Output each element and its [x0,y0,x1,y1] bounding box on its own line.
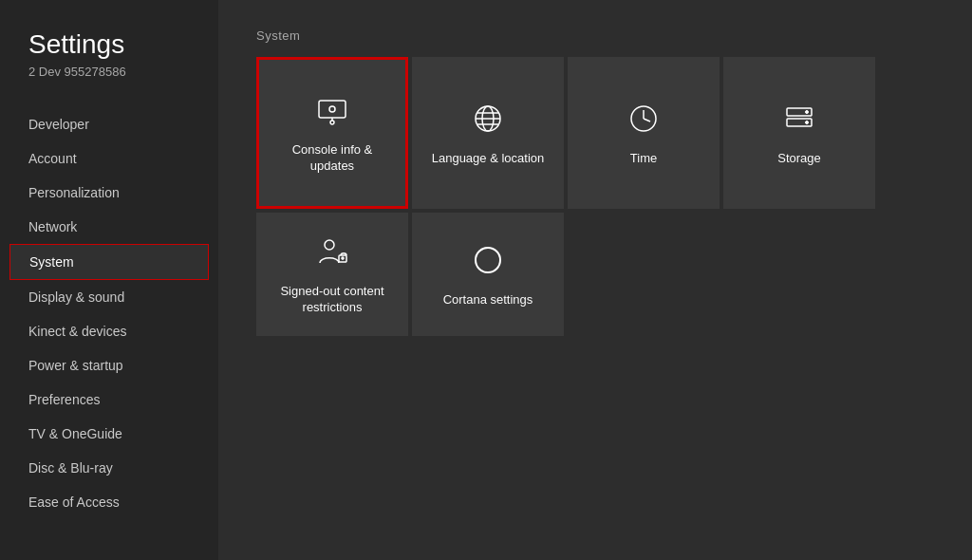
tile-language-location[interactable]: Language & location [412,57,564,209]
sidebar-nav: DeveloperAccountPersonalizationNetworkSy… [0,107,218,541]
svg-point-15 [806,121,809,123]
sidebar-item-display-sound[interactable]: Display & sound [0,280,218,314]
tile-console-info[interactable]: Console info & updates [256,57,408,209]
tile-label-storage: Storage [768,151,831,167]
sidebar-item-disc-bluray[interactable]: Disc & Blu-ray [0,451,218,485]
sidebar-item-power-startup[interactable]: Power & startup [0,348,218,383]
svg-rect-0 [319,101,346,118]
tile-label-console-info: Console info & updates [259,142,405,175]
tile-label-signed-out-content: Signed-out content restrictions [256,284,408,316]
sidebar-item-account[interactable]: Account [0,141,218,176]
sidebar-item-tv-oneguide[interactable]: TV & OneGuide [0,417,218,451]
tiles-grid: Console info & updates Language & locati… [256,57,934,336]
sidebar-item-ease-of-access[interactable]: Ease of Access [0,485,218,519]
person-lock-icon [313,233,351,274]
tile-label-time: Time [621,151,666,167]
section-label: System [256,28,934,43]
main-content: System Console info & updates Language &… [218,0,972,560]
sidebar-item-system[interactable]: System [9,244,209,280]
svg-point-18 [342,257,344,259]
device-subtitle: 2 Dev 955278586 [28,65,190,79]
tile-label-cortana-settings: Cortana settings [434,292,543,308]
storage-icon [780,100,818,141]
tile-signed-out-content[interactable]: Signed-out content restrictions [256,213,408,336]
clock-icon [625,100,663,141]
tiles-row-1: Console info & updates Language & locati… [256,57,934,209]
svg-point-16 [325,240,334,250]
sidebar: Settings 2 Dev 955278586 DeveloperAccoun… [0,0,218,560]
svg-point-19 [476,248,500,272]
app-title: Settings [28,28,190,61]
tile-time[interactable]: Time [568,57,720,209]
globe-icon [469,100,507,141]
sidebar-item-personalization[interactable]: Personalization [0,176,218,210]
svg-line-11 [644,119,650,121]
svg-point-14 [806,110,809,113]
circle-icon [469,241,507,283]
tile-storage[interactable]: Storage [723,57,875,209]
sidebar-item-developer[interactable]: Developer [0,107,218,141]
svg-point-1 [329,106,335,112]
tile-label-language-location: Language & location [422,151,554,167]
sidebar-item-network[interactable]: Network [0,210,218,244]
tile-cortana-settings[interactable]: Cortana settings [412,213,564,336]
tiles-row-2: Signed-out content restrictions Cortana … [256,213,934,336]
sidebar-item-kinect-devices[interactable]: Kinect & devices [0,314,218,348]
sidebar-item-preferences[interactable]: Preferences [0,383,218,417]
console-icon [313,91,351,133]
sidebar-header: Settings 2 Dev 955278586 [0,28,218,107]
svg-point-2 [330,121,334,124]
